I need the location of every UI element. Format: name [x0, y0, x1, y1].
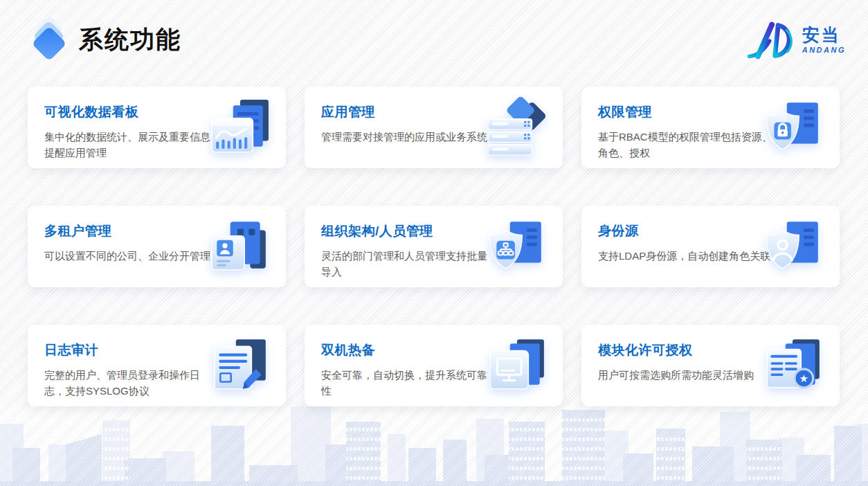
- feature-card-permission: 权限管理 基于RBAC模型的权限管理包括资源、角色、授权: [581, 87, 840, 168]
- log-audit-pen-icon: [207, 335, 273, 396]
- feature-card-app: 应用管理 管理需要对接管理的应用或业务系统: [305, 87, 563, 168]
- page-title: 系统功能: [79, 24, 181, 56]
- layers-icon: [30, 19, 68, 60]
- card-description: 基于RBAC模型的权限管理包括资源、角色、授权: [598, 129, 772, 161]
- feature-grid: 可视化数据看板 集中化的数据统计、展示及重要信息提醒应用管理: [28, 87, 840, 406]
- feature-card-org: 组织架构/人员管理 灵活的部门管理和人员管理支持批量导入: [305, 206, 563, 287]
- logo-text: 安当 ANDANG: [802, 26, 846, 54]
- card-description: 可以设置不同的公司、企业分开管理: [44, 248, 219, 264]
- feature-card-dashboard: 可视化数据看板 集中化的数据统计、展示及重要信息提醒应用管理: [28, 87, 286, 168]
- logo-mark-icon: [745, 21, 797, 60]
- tenant-building-icon: [207, 216, 273, 277]
- logo-text-en: ANDANG: [802, 46, 846, 54]
- header: 系统功能: [30, 19, 181, 60]
- svg-text:★: ★: [799, 372, 808, 385]
- slide-page: 系统功能 安当 ANDANG 可视化数据看板 集中化的数据统计、展示及重要信息提…: [0, 0, 868, 486]
- card-description: 安全可靠，自动切换，提升系统可靠性: [321, 367, 496, 399]
- andang-logo: 安当 ANDANG: [745, 21, 846, 60]
- feature-card-identity: 身份源 支持LDAP身份源，自动创建角色关联: [581, 206, 840, 287]
- feature-card-standby: 双机热备 安全可靠，自动切换，提升系统可靠性: [305, 325, 563, 406]
- dashboard-chart-icon: [207, 97, 273, 158]
- shield-lock-icon: [761, 97, 827, 158]
- card-description: 集中化的数据统计、展示及重要信息提醒应用管理: [44, 129, 219, 161]
- card-description: 完整的用户、管理员登录和操作日志，支持SYSLOG协议: [44, 367, 219, 399]
- app-stack-icon: [484, 97, 550, 158]
- identity-shield-icon: [761, 216, 827, 277]
- card-description: 用户可按需选购所需功能灵活增购: [598, 367, 772, 383]
- card-description: 支持LDAP身份源，自动创建角色关联: [598, 248, 772, 264]
- dual-monitor-icon: [484, 335, 550, 396]
- card-description: 灵活的部门管理和人员管理支持批量导入: [321, 248, 496, 280]
- logo-text-cn: 安当: [802, 26, 846, 44]
- license-star-icon: ★: [761, 335, 827, 396]
- card-description: 管理需要对接管理的应用或业务系统: [321, 129, 496, 145]
- feature-card-license: 模块化许可授权 用户可按需选购所需功能灵活增购 ★: [581, 325, 840, 406]
- org-tree-shield-icon: [484, 216, 550, 277]
- city-skyline-graphic: [0, 406, 868, 486]
- feature-card-tenant: 多租户管理 可以设置不同的公司、企业分开管理: [28, 206, 286, 287]
- feature-card-log: 日志审计 完整的用户、管理员登录和操作日志，支持SYSLOG协议: [28, 325, 286, 406]
